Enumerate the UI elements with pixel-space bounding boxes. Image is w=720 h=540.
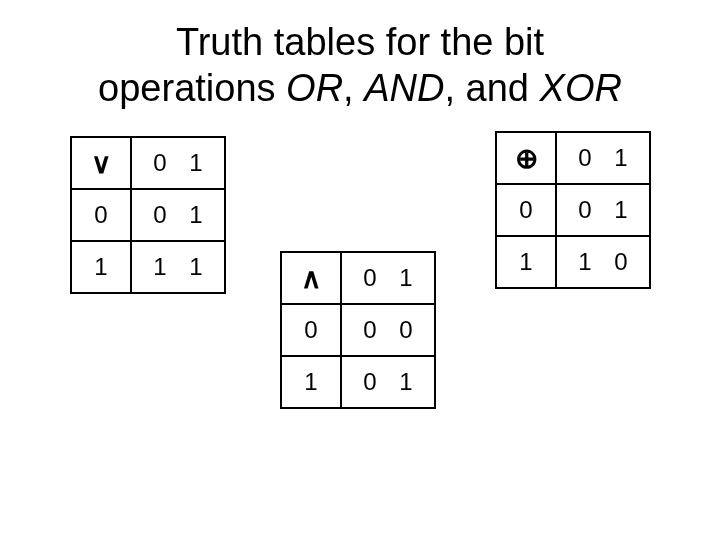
title-sep1: , xyxy=(343,67,364,109)
and-c01: 0 xyxy=(397,316,415,344)
tables-canvas: ∨ 0 1 0 0 1 1 1 1 xyxy=(0,111,720,540)
and-col1: 1 xyxy=(397,264,415,292)
title-line2-a: operations xyxy=(98,67,286,109)
xor-c00: 0 xyxy=(576,196,594,224)
and-c11: 1 xyxy=(397,368,415,396)
xor-row1-cells: 1 0 xyxy=(556,236,650,288)
or-c10: 1 xyxy=(151,253,169,281)
xor-row1-header: 1 xyxy=(496,236,556,288)
or-c01: 1 xyxy=(187,201,205,229)
xor-col1: 1 xyxy=(612,144,630,172)
truth-table-and: ∧ 0 1 0 0 0 1 0 1 xyxy=(280,251,436,409)
and-row1-header: 1 xyxy=(281,356,341,408)
and-c10: 0 xyxy=(361,368,379,396)
or-c11: 1 xyxy=(187,253,205,281)
or-row1-header: 1 xyxy=(71,241,131,293)
or-symbol: ∨ xyxy=(71,137,131,189)
xor-c10: 1 xyxy=(576,248,594,276)
xor-col-headers: 0 1 xyxy=(556,132,650,184)
title-line1: Truth tables for the bit xyxy=(176,21,544,63)
and-c00: 0 xyxy=(361,316,379,344)
truth-table-xor: ⊕ 0 1 0 0 1 1 1 0 xyxy=(495,131,651,289)
xor-row0-cells: 0 1 xyxy=(556,184,650,236)
title-op-xor: XOR xyxy=(540,67,622,109)
or-row0-header: 0 xyxy=(71,189,131,241)
xor-c11: 0 xyxy=(612,248,630,276)
and-row0-cells: 0 0 xyxy=(341,304,435,356)
or-col-headers: 0 1 xyxy=(131,137,225,189)
truth-table-or: ∨ 0 1 0 0 1 1 1 1 xyxy=(70,136,226,294)
title-op-and: AND xyxy=(364,67,444,109)
or-col0: 0 xyxy=(151,149,169,177)
xor-col0: 0 xyxy=(576,144,594,172)
or-col1: 1 xyxy=(187,149,205,177)
or-row0-cells: 0 1 xyxy=(131,189,225,241)
xor-row0-header: 0 xyxy=(496,184,556,236)
title-op-or: OR xyxy=(286,67,343,109)
title-sep2: , and xyxy=(444,67,539,109)
page-title: Truth tables for the bit operations OR, … xyxy=(0,0,720,111)
and-row0-header: 0 xyxy=(281,304,341,356)
and-col0: 0 xyxy=(361,264,379,292)
or-c00: 0 xyxy=(151,201,169,229)
and-row1-cells: 0 1 xyxy=(341,356,435,408)
or-row1-cells: 1 1 xyxy=(131,241,225,293)
and-col-headers: 0 1 xyxy=(341,252,435,304)
xor-c01: 1 xyxy=(612,196,630,224)
xor-symbol: ⊕ xyxy=(496,132,556,184)
and-symbol: ∧ xyxy=(281,252,341,304)
